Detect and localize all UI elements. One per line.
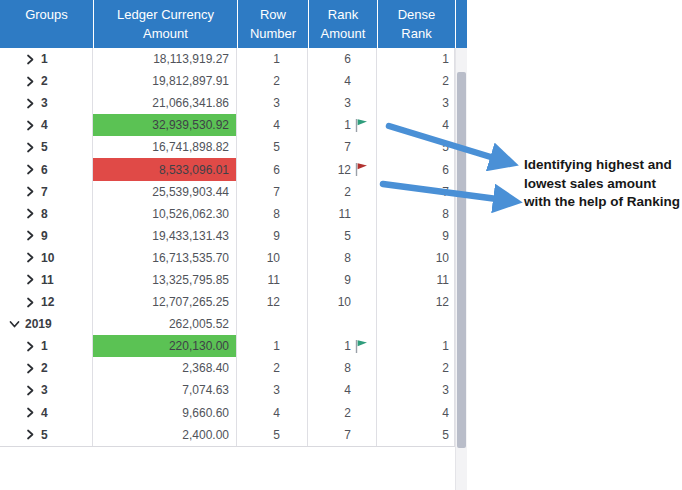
group-label: 2 — [41, 361, 48, 375]
rank-amount-cell: 12 — [308, 158, 377, 180]
column-header-ledger-currency-amount: Ledger Currency Amount — [93, 0, 237, 48]
column-header-dense-rank: Dense Rank — [377, 0, 455, 48]
row-number-cell: 3 — [237, 92, 308, 114]
flag-icon — [354, 96, 373, 111]
expand-chevron-icon[interactable] — [24, 297, 36, 308]
flag-icon — [354, 295, 373, 310]
vertical-scrollbar-thumb[interactable] — [457, 72, 466, 448]
rank-value: 5 — [344, 229, 351, 243]
row-number-cell: 2 — [237, 70, 308, 92]
dense-rank-cell: 4 — [377, 402, 455, 424]
table-row: 1 18,113,919.27 1 6 1 — [0, 48, 455, 70]
group-cell: 7 — [0, 181, 93, 203]
ledger-amount-cell: 12,707,265.25 — [93, 291, 237, 313]
rank-value: 8 — [344, 361, 351, 375]
vertical-scrollbar-track[interactable] — [455, 48, 467, 490]
expand-chevron-icon[interactable] — [24, 76, 36, 87]
ledger-amount-cell: 8,533,096.01 — [93, 158, 237, 180]
rank-amount-cell: 2 — [308, 402, 377, 424]
group-label: 6 — [41, 163, 48, 177]
row-number-cell: 3 — [237, 379, 308, 401]
expand-chevron-icon[interactable] — [24, 164, 36, 175]
expand-chevron-icon[interactable] — [24, 385, 36, 396]
table-row: 2 19,812,897.91 2 4 2 — [0, 70, 455, 92]
column-header-row-number: Row Number — [237, 0, 308, 48]
table-row: 5 16,741,898.82 5 7 5 — [0, 136, 455, 158]
ledger-amount-cell: 16,713,535.70 — [93, 247, 237, 269]
dense-rank-cell: 7 — [377, 181, 455, 203]
group-label: 9 — [41, 229, 48, 243]
table-row: 5 2,400.00 5 7 5 — [0, 424, 455, 446]
column-header-groups: Groups — [0, 0, 93, 48]
group-cell: 10 — [0, 247, 93, 269]
table-row: 12 12,707,265.25 12 10 12 — [0, 291, 455, 313]
group-cell: 5 — [0, 136, 93, 158]
group-cell: 11 — [0, 269, 93, 291]
rank-amount-cell: 7 — [308, 136, 377, 158]
group-cell: 4 — [0, 114, 93, 136]
row-number-cell: 11 — [237, 269, 308, 291]
group-label: 1 — [41, 52, 48, 66]
dense-rank-cell: 2 — [377, 70, 455, 92]
expand-chevron-icon[interactable] — [24, 208, 36, 219]
expand-chevron-icon[interactable] — [24, 429, 36, 440]
flag-icon — [354, 52, 373, 67]
rank-value: 9 — [344, 273, 351, 287]
group-cell: 4 — [0, 402, 93, 424]
rank-value: 3 — [344, 96, 351, 110]
row-number-cell: 6 — [237, 158, 308, 180]
expand-chevron-icon[interactable] — [24, 252, 36, 263]
rank-value: 11 — [339, 207, 351, 221]
group-cell: 2019 — [0, 313, 93, 335]
expand-chevron-icon[interactable] — [24, 54, 36, 65]
expand-chevron-icon[interactable] — [24, 142, 36, 153]
expand-chevron-icon[interactable] — [8, 319, 20, 329]
flag-icon — [354, 162, 373, 177]
expand-chevron-icon[interactable] — [24, 186, 36, 197]
expand-chevron-icon[interactable] — [24, 407, 36, 418]
ledger-amount-cell: 19,812,897.91 — [93, 70, 237, 92]
table-row: 4 32,939,530.92 4 1 4 — [0, 114, 455, 136]
expand-chevron-icon[interactable] — [24, 98, 36, 109]
rank-amount-cell: 1 — [308, 335, 377, 357]
group-cell: 3 — [0, 379, 93, 401]
rank-amount-cell: 4 — [308, 379, 377, 401]
dense-rank-cell: 10 — [377, 247, 455, 269]
dense-rank-cell — [377, 313, 455, 335]
flag-icon — [354, 74, 373, 89]
ledger-amount-cell: 10,526,062.30 — [93, 203, 237, 225]
flag-icon — [354, 184, 373, 199]
row-number-cell: 9 — [237, 225, 308, 247]
expand-chevron-icon[interactable] — [24, 230, 36, 241]
ledger-amount-cell: 262,005.52 — [93, 313, 237, 335]
group-cell: 9 — [0, 225, 93, 247]
rank-amount-cell: 4 — [308, 70, 377, 92]
ledger-amount-cell: 7,074.63 — [93, 379, 237, 401]
flag-icon — [354, 206, 373, 221]
expand-chevron-icon[interactable] — [24, 363, 36, 374]
annotation-text: Identifying highest and lowest sales amo… — [524, 156, 680, 212]
rank-value: 7 — [344, 140, 351, 154]
rank-amount-cell: 5 — [308, 225, 377, 247]
rank-value: 6 — [344, 52, 351, 66]
group-label: 10 — [41, 251, 54, 265]
expand-chevron-icon[interactable] — [24, 120, 36, 131]
group-cell: 3 — [0, 92, 93, 114]
expand-chevron-icon[interactable] — [24, 274, 36, 285]
group-label: 3 — [41, 383, 48, 397]
flag-icon — [354, 339, 373, 354]
group-cell: 1 — [0, 48, 93, 70]
row-number-cell: 8 — [237, 203, 308, 225]
table-row: 2019 262,005.52 — [0, 313, 455, 335]
expand-chevron-icon[interactable] — [24, 341, 36, 352]
dense-rank-cell: 12 — [377, 291, 455, 313]
rank-amount-cell: 8 — [308, 357, 377, 379]
group-label: 5 — [41, 140, 48, 154]
ledger-amount-cell: 19,433,131.43 — [93, 225, 237, 247]
flag-icon — [354, 383, 373, 398]
rank-amount-cell: 3 — [308, 92, 377, 114]
rank-value: 8 — [344, 251, 351, 265]
ledger-amount-cell: 9,660.60 — [93, 402, 237, 424]
row-number-cell: 1 — [237, 335, 308, 357]
table-row: 3 7,074.63 3 4 3 — [0, 379, 455, 401]
